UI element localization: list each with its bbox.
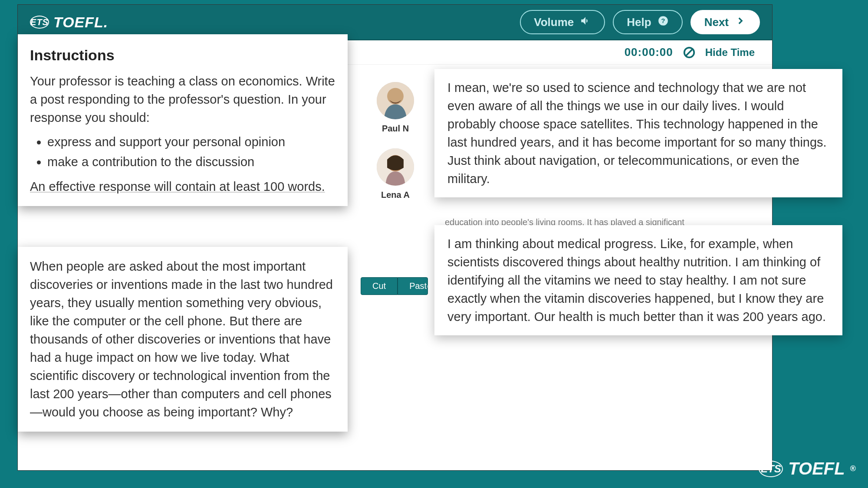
ets-oval-icon: ETS [30, 16, 49, 29]
professor-prompt-card: When people are asked about the most imp… [18, 247, 348, 432]
avatar-lena-name: Lena A [365, 190, 426, 200]
instructions-list: express and support your personal opinio… [47, 133, 335, 171]
professor-prompt-text: When people are asked about the most imp… [30, 257, 335, 421]
volume-icon [580, 15, 591, 29]
help-label: Help [627, 16, 651, 29]
svg-text:?: ? [661, 17, 665, 24]
avatar-lena [377, 148, 414, 186]
response-lena-card: I am thinking about medical progress. Li… [434, 225, 842, 335]
edit-buttons: Cut Paste [361, 277, 428, 295]
instructions-title: Instructions [30, 45, 335, 66]
help-button[interactable]: Help ? [613, 10, 682, 34]
hide-time-button[interactable]: Hide Time [705, 46, 755, 59]
app-window: ETS TOEFL. Volume Help ? Next 00:00:00 [17, 4, 773, 471]
svg-point-7 [387, 88, 404, 105]
chevron-right-icon [735, 15, 746, 29]
instructions-bullet-2: make a contribution to the discussion [47, 153, 335, 171]
next-button[interactable]: Next [690, 10, 760, 34]
response-paul-card: I mean, we're so used to science and tec… [434, 69, 842, 197]
svg-line-3 [685, 49, 693, 56]
paste-button[interactable]: Paste [398, 277, 428, 295]
registered-icon: ® [850, 464, 856, 473]
volume-label: Volume [534, 16, 574, 29]
response-lena-text: I am thinking about medical progress. Li… [447, 235, 829, 326]
instructions-p1: Your professor is teaching a class on ec… [30, 72, 335, 127]
response-paul-text: I mean, we're so used to science and tec… [447, 79, 829, 188]
instructions-card: Instructions Your professor is teaching … [18, 34, 348, 206]
instructions-p2: An effective response will contain at le… [30, 177, 335, 196]
volume-button[interactable]: Volume [520, 10, 605, 34]
watermark-brand: ETS TOEFL ® [759, 459, 856, 478]
cut-button[interactable]: Cut [361, 277, 398, 295]
avatar-paul [377, 82, 414, 119]
content-area: Instructions Your professor is teaching … [18, 65, 772, 470]
watermark-ets-icon: ETS [759, 461, 783, 477]
no-sign-icon [683, 46, 696, 59]
instructions-bullet-1: express and support your personal opinio… [47, 133, 335, 151]
watermark-name: TOEFL [788, 459, 845, 478]
timer-display: 00:00:00 [625, 46, 673, 59]
avatar-paul-name: Paul N [365, 124, 426, 134]
avatar-column: Paul N Lena A [365, 82, 426, 215]
help-icon: ? [658, 15, 669, 29]
next-label: Next [704, 16, 729, 29]
brand-logo: ETS TOEFL. [30, 14, 108, 31]
brand-name: TOEFL. [53, 14, 108, 31]
